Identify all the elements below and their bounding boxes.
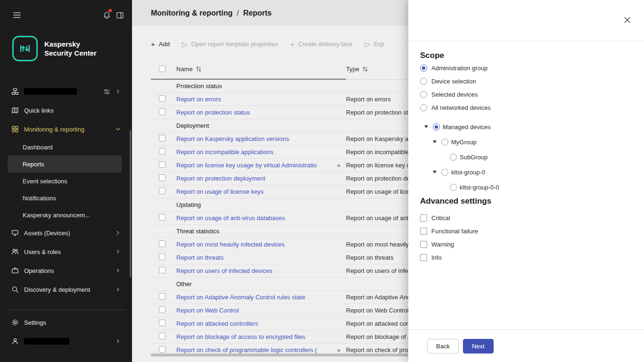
user-icon — [11, 337, 19, 345]
select-all-checkbox[interactable] — [159, 66, 165, 72]
sidebar-item-settings[interactable]: Settings — [0, 313, 132, 332]
row-checkbox[interactable] — [159, 254, 165, 260]
scope-option-selected-devices[interactable]: Selected devices — [420, 88, 633, 101]
collapse-triangle-icon[interactable] — [432, 140, 438, 143]
row-checkbox[interactable] — [159, 333, 165, 339]
tree-node-managed-devices[interactable]: Managed devices — [420, 119, 633, 134]
report-type-text: Report on threats — [346, 254, 393, 261]
close-button[interactable] — [622, 15, 632, 25]
sidebar-item-monitoring-reporting[interactable]: Monitoring & reporting — [0, 120, 132, 139]
settings-gear-icon — [11, 319, 19, 326]
report-name-link[interactable]: Report on usage of anti-virus databases — [176, 214, 285, 222]
back-button[interactable]: Back — [427, 339, 459, 354]
row-checkbox[interactable] — [159, 188, 165, 194]
collapse-triangle-icon[interactable] — [432, 171, 438, 173]
export-icon: ▷ — [364, 41, 370, 48]
app-name: Kaspersky Security Center — [44, 40, 97, 58]
report-name-link[interactable]: Report on protection status — [176, 109, 250, 116]
report-name-link[interactable]: Report on license key usage by virtual A… — [176, 162, 317, 169]
scope-option-administration-group[interactable]: Administration group — [420, 61, 633, 74]
next-button[interactable]: Next — [463, 339, 494, 354]
report-name-link[interactable]: Report on threats — [176, 254, 223, 261]
row-checkbox[interactable] — [159, 320, 165, 326]
sidebar-item-dashboard[interactable]: Dashboard — [8, 139, 122, 156]
chevron-down-icon — [115, 126, 121, 132]
row-checkbox[interactable] — [159, 346, 165, 353]
report-name-link[interactable]: Report on usage of license keys — [176, 188, 264, 195]
report-name-link[interactable]: Report on most heavily infected devices — [176, 241, 285, 248]
radio-label: Selected devices — [431, 91, 478, 98]
sidebar-subitem-label: Event selections — [23, 178, 67, 185]
chevron-right-icon — [115, 268, 121, 273]
row-checkbox[interactable] — [159, 267, 165, 273]
report-name-link[interactable]: Report on Kaspersky application versions — [176, 135, 289, 142]
report-name-link[interactable]: Report on blockage of access to encrypte… — [176, 333, 305, 340]
report-name-link[interactable]: Report on incompatible applications — [176, 148, 273, 156]
scope-option-all-networked-devices[interactable]: All networked devices — [420, 101, 633, 114]
collapse-triangle-icon[interactable] — [423, 125, 429, 128]
sidebar-item-event-selections[interactable]: Event selections — [8, 173, 122, 189]
sidebar-item-quick-links[interactable]: Quick links — [0, 101, 132, 120]
breadcrumb-separator: / — [237, 9, 239, 17]
docs-panel-button[interactable] — [113, 8, 126, 22]
report-name-link[interactable]: Report on Adaptive Anomaly Control rules… — [176, 294, 305, 301]
sliders-icon[interactable] — [103, 88, 110, 95]
monitoring-icon — [11, 125, 19, 133]
radio-icon — [420, 91, 427, 98]
checkbox-label: Warning — [431, 241, 454, 248]
expand-marker-icon: » — [334, 346, 340, 354]
row-checkbox[interactable] — [159, 214, 165, 221]
sidebar-topbar — [0, 0, 132, 30]
add-button[interactable]: + Add — [151, 41, 170, 48]
chevron-right-icon[interactable] — [115, 89, 121, 94]
panel-footer: Back Next — [408, 329, 644, 362]
horizontal-scrollbar[interactable] — [151, 354, 408, 356]
radio-label: Device selection — [431, 78, 476, 85]
column-header-name[interactable]: Name — [173, 59, 346, 80]
severity-option-info[interactable]: Info — [420, 251, 633, 264]
row-checkbox[interactable] — [159, 108, 165, 115]
severity-option-critical[interactable]: Critical — [420, 211, 633, 224]
open-report-template-button: ▷ Open report template properties — [182, 41, 278, 48]
report-name-link[interactable]: Report on Web Control — [176, 307, 239, 314]
sidebar-item-operations[interactable]: Operations — [0, 261, 132, 280]
row-checkbox[interactable] — [159, 174, 165, 181]
sidebar-item-kaspersky-announcem[interactable]: Kaspersky announcem... — [8, 206, 122, 223]
sidebar-item-notifications[interactable]: Notifications — [8, 189, 122, 206]
sidebar-scrollbar[interactable] — [130, 130, 131, 277]
sidebar-nav: Quick links Monitoring & reporting Dashb… — [0, 82, 132, 299]
report-name-link[interactable]: Report on protection deployment — [176, 175, 265, 182]
sidebar-item-server[interactable] — [0, 82, 132, 101]
sidebar-item-current-user[interactable] — [0, 332, 132, 351]
report-name-link[interactable]: Report on users of infected devices — [176, 267, 272, 274]
scope-option-device-selection[interactable]: Device selection — [420, 74, 633, 88]
row-checkbox[interactable] — [159, 293, 165, 300]
sort-icon — [196, 66, 201, 72]
sidebar-item-assets-devices[interactable]: Assets (Devices) — [0, 223, 132, 242]
sidebar-item-reports[interactable]: Reports — [8, 156, 122, 173]
report-name-link[interactable]: Report on check of programmable logic co… — [176, 346, 317, 354]
tree-node-mygroup[interactable]: MyGroup — [420, 134, 633, 149]
row-checkbox[interactable] — [159, 240, 165, 247]
report-name-link[interactable]: Report on errors — [176, 96, 221, 103]
severity-option-warning[interactable]: Warning — [420, 238, 633, 251]
severity-option-functional-failure[interactable]: Functional failure — [420, 224, 633, 238]
tree-node-kltst-group-0[interactable]: kltst-group-0 — [420, 165, 633, 180]
row-checkbox[interactable] — [159, 95, 165, 102]
row-checkbox[interactable] — [159, 161, 165, 168]
row-checkbox[interactable] — [159, 135, 165, 141]
report-name-link[interactable]: Report on attacked controllers — [176, 320, 258, 327]
tree-node-label: kltst-group-0 — [451, 169, 485, 176]
notifications-bell-button[interactable] — [100, 8, 113, 22]
row-checkbox[interactable] — [159, 148, 165, 155]
tree-node-kltst-group-0-0[interactable]: kltst-group-0-0 — [420, 180, 633, 195]
tree-node-subgroup[interactable]: SubGroup — [420, 149, 633, 165]
sidebar-subitem-label: Reports — [23, 161, 44, 168]
breadcrumb-parent[interactable]: Monitoring & reporting — [151, 9, 232, 17]
radio-icon — [420, 104, 427, 111]
sidebar-item-discovery-deployment[interactable]: Discovery & deployment — [0, 280, 132, 299]
row-checkbox[interactable] — [159, 306, 165, 313]
hamburger-menu-button[interactable] — [10, 8, 24, 22]
sidebar-subitem-label: Notifications — [23, 195, 56, 202]
sidebar-item-users-roles[interactable]: Users & roles — [0, 242, 132, 261]
